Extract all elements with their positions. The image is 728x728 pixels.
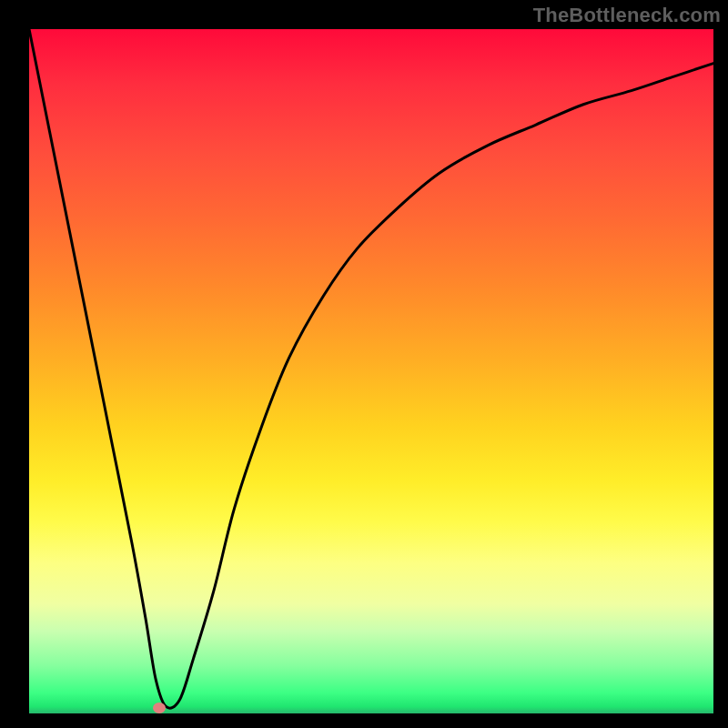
bottleneck-curve xyxy=(29,29,713,713)
optimum-marker xyxy=(153,703,166,713)
chart-frame: TheBottleneck.com xyxy=(0,0,728,728)
watermark-text: TheBottleneck.com xyxy=(533,4,721,27)
plot-area xyxy=(29,29,713,713)
